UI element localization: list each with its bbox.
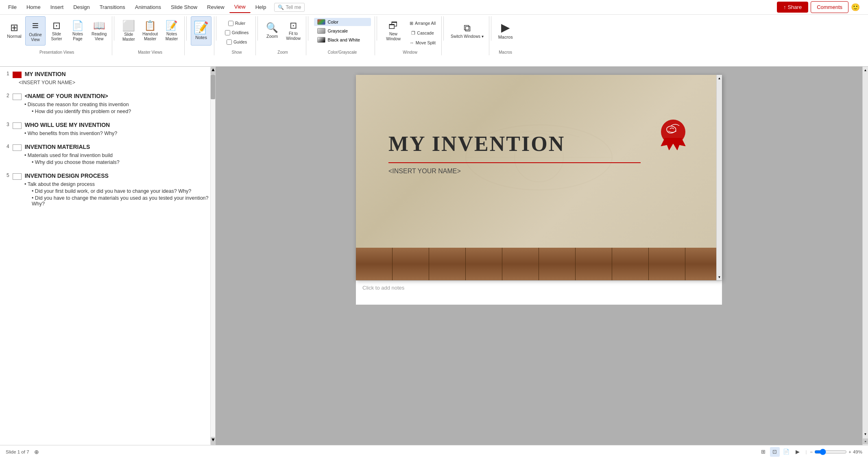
slide-master-button[interactable]: ⬜ SlideMaster bbox=[118, 16, 139, 46]
zoom-minus[interactable]: − bbox=[810, 449, 813, 454]
cascade-button[interactable]: ❐ Cascade bbox=[406, 28, 439, 37]
slide-5-bullet-2-sub[interactable]: • Did your first build work, or did you … bbox=[7, 188, 209, 194]
color-option-grayscale[interactable]: Grayscale bbox=[314, 27, 371, 35]
comments-button[interactable]: Comments bbox=[811, 1, 848, 13]
scrollbar-up-arrow[interactable]: ▲ bbox=[211, 67, 215, 75]
normal-view-icon-btn[interactable]: ⊞ bbox=[759, 447, 768, 457]
scrollbar-thumb[interactable] bbox=[211, 75, 215, 99]
guides-checkbox[interactable] bbox=[227, 39, 232, 45]
notes-page-icon: 📄 bbox=[72, 21, 84, 31]
color-option-color[interactable]: Color bbox=[314, 18, 371, 26]
notes-master-button[interactable]: 📝 NotesMaster bbox=[161, 16, 182, 46]
menu-design[interactable]: Design bbox=[68, 2, 94, 13]
menu-review[interactable]: Review bbox=[202, 2, 229, 13]
zoom-range[interactable] bbox=[814, 449, 847, 455]
floor-plank-8 bbox=[612, 248, 649, 280]
slide-4-title[interactable]: INVENTION MATERIALS bbox=[25, 144, 90, 150]
outline-view-button[interactable]: ≡ OutlineView bbox=[25, 16, 46, 46]
arrange-all-button[interactable]: ⊞ Arrange All bbox=[406, 19, 439, 28]
color-option-black-white[interactable]: Black and White bbox=[314, 36, 371, 44]
notes-placeholder: Click to add notes bbox=[362, 285, 404, 291]
menu-slideshow[interactable]: Slide Show bbox=[166, 2, 202, 13]
menu-animations[interactable]: Animations bbox=[130, 2, 166, 13]
slide-count: Slide 1 of 7 bbox=[6, 449, 29, 454]
zoom-button[interactable]: 🔍 Zoom bbox=[262, 16, 282, 46]
slide-5-title[interactable]: INVENTION DESIGN PROCESS bbox=[25, 172, 109, 179]
slide-5-bullet-3-sub[interactable]: • Did you have to change the materials y… bbox=[7, 195, 209, 207]
slide-1-icon bbox=[13, 72, 22, 78]
floor-plank-9 bbox=[649, 248, 685, 280]
slide-title[interactable]: MY INVENTION bbox=[388, 132, 565, 156]
switch-windows-button[interactable]: ⧉ Switch Windows ▾ bbox=[448, 16, 486, 46]
outline-view-icon-btn[interactable]: ⊡ bbox=[770, 447, 780, 457]
outline-scrollbar[interactable]: ▲ ▼ bbox=[210, 67, 215, 445]
slide-4-bullet-1[interactable]: • Materials used for final invention bui… bbox=[7, 153, 209, 158]
scroll-down-btn[interactable]: ▼ bbox=[717, 274, 722, 280]
right-scroll-extra[interactable]: ≡ bbox=[863, 438, 868, 444]
menu-file[interactable]: File bbox=[3, 2, 22, 13]
slide-4-bullet-1-sub[interactable]: • Why did you choose those materials? bbox=[7, 159, 209, 165]
menu-home[interactable]: Home bbox=[22, 2, 46, 13]
slide-2-bullet-1-sub[interactable]: • How did you identify this problem or n… bbox=[7, 109, 209, 114]
slide-sorter-button[interactable]: ⊡ SlideSorter bbox=[46, 16, 67, 46]
right-scroll-up[interactable]: ▲ bbox=[862, 67, 868, 74]
ruler-checkbox[interactable] bbox=[228, 21, 233, 26]
slide-4-icon bbox=[13, 144, 22, 151]
slide-1-title[interactable]: MY INVENTION bbox=[25, 71, 66, 77]
right-scrollbar[interactable]: ▲ ▼ ≡ bbox=[862, 67, 868, 445]
slide-2-bullet-1[interactable]: • Discuss the reason for creating this i… bbox=[7, 102, 209, 107]
show-label: Show bbox=[232, 50, 242, 55]
handout-master-button[interactable]: 📋 HandoutMaster bbox=[140, 16, 161, 46]
guides-checkbox-label[interactable]: Guides bbox=[220, 37, 253, 46]
zoom-slider[interactable]: − + 49% bbox=[810, 449, 862, 455]
switch-windows-group: ⧉ Switch Windows ▾ bbox=[445, 16, 489, 55]
slide-3-bullet-1[interactable]: • Who benefits from this invention? Why? bbox=[7, 131, 209, 136]
fit-window-button[interactable]: ⊡ Fit toWindow bbox=[283, 16, 303, 46]
slide-3-icon bbox=[13, 122, 22, 129]
macros-button[interactable]: ▶ Macros bbox=[495, 16, 516, 46]
menu-view[interactable]: View bbox=[229, 1, 251, 13]
slide-area: MY INVENTION <INSERT YOUR NAME> bbox=[216, 67, 862, 445]
tell-me-box[interactable]: 🔍 Tell me bbox=[274, 3, 305, 12]
right-scroll-down[interactable]: ▼ bbox=[862, 431, 868, 438]
outline-slide-2: 2 <NAME OF YOUR INVENTION> • Discuss the… bbox=[7, 93, 209, 114]
ruler-checkbox-label[interactable]: Ruler bbox=[220, 19, 253, 28]
reading-view-icon-btn[interactable]: 📄 bbox=[781, 447, 791, 457]
slide-floor bbox=[356, 248, 722, 280]
move-split-button[interactable]: ↔ Move Split bbox=[406, 38, 439, 47]
reading-view-button[interactable]: 📖 ReadingView bbox=[89, 16, 109, 46]
ribbon-content: ⊞ Normal ≡ OutlineView ⊡ SlideSorter 📄 N… bbox=[0, 15, 868, 55]
scroll-up-btn[interactable]: ▲ bbox=[717, 75, 722, 81]
window-group: 🗗 NewWindow ⊞ Arrange All ❐ Cascade bbox=[379, 16, 442, 55]
slide-3-title[interactable]: WHO WILL USE MY INVENTION bbox=[25, 122, 110, 128]
outline-slide-4: 4 INVENTION MATERIALS • Materials used f… bbox=[7, 144, 209, 165]
menu-bar: File Home Insert Design Transitions Anim… bbox=[0, 0, 868, 15]
menu-insert[interactable]: Insert bbox=[46, 2, 69, 13]
slide-subtitle[interactable]: <INSERT YOUR NAME> bbox=[388, 168, 461, 175]
gridlines-checkbox-label[interactable]: Gridlines bbox=[220, 28, 253, 37]
floor-plank-2 bbox=[393, 248, 429, 280]
notes-view-button[interactable]: 📝 Notes bbox=[191, 16, 212, 46]
fit-window-icon: ⊡ bbox=[290, 21, 297, 30]
new-window-button[interactable]: 🗗 NewWindow bbox=[381, 16, 406, 46]
normal-view-button[interactable]: ⊞ Normal bbox=[4, 16, 24, 46]
floor-plank-1 bbox=[356, 248, 393, 280]
slide-2-title[interactable]: <NAME OF YOUR INVENTION> bbox=[25, 93, 108, 99]
gridlines-checkbox[interactable] bbox=[225, 30, 230, 35]
slide-canvas[interactable]: MY INVENTION <INSERT YOUR NAME> bbox=[356, 75, 722, 280]
menu-transitions[interactable]: Transitions bbox=[95, 2, 130, 13]
slide-1-subtitle[interactable]: <INSERT YOUR NAME> bbox=[7, 80, 209, 85]
notes-area[interactable]: Click to add notes bbox=[356, 280, 722, 305]
slide-scrollbar-right[interactable]: ▲ ▼ bbox=[716, 75, 722, 280]
color-options: Color Grayscale Black and White bbox=[314, 16, 371, 50]
menu-help[interactable]: Help bbox=[251, 2, 271, 13]
zoom-plus[interactable]: + bbox=[848, 449, 851, 454]
share-button[interactable]: ↑ Share bbox=[777, 2, 808, 13]
slideshow-view-icon-btn[interactable]: ▶ bbox=[793, 447, 803, 457]
scrollbar-down-arrow[interactable]: ▼ bbox=[211, 437, 215, 445]
show-checkboxes: Ruler Gridlines Guides bbox=[220, 19, 253, 46]
slide-5-bullet-1[interactable]: • Talk about the design process bbox=[7, 181, 209, 187]
notes-page-button[interactable]: 📄 NotesPage bbox=[68, 16, 88, 46]
reading-view-icon: 📖 bbox=[93, 21, 105, 31]
slide-divider bbox=[388, 162, 641, 163]
